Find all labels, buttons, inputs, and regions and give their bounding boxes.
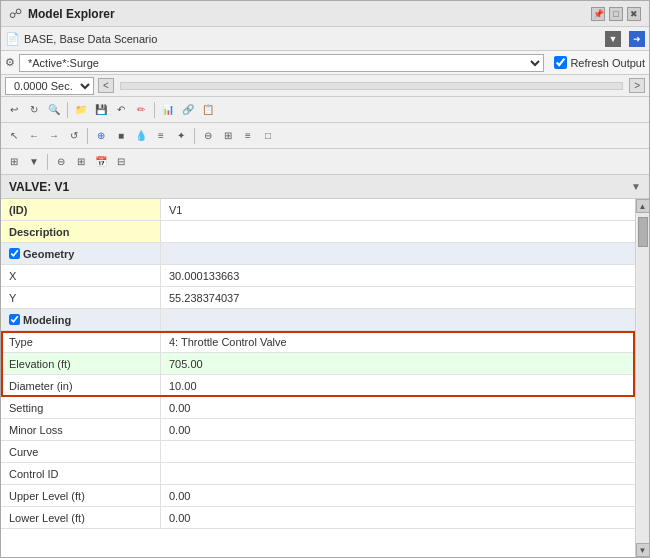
scenario-label: BASE, Base Data Scenario [24, 33, 157, 45]
toolbar-row-1: ↩ ↻ 🔍 📁 💾 ↶ ✏ 📊 🔗 📋 [1, 97, 649, 123]
scenario-action-btn[interactable]: ➜ [629, 31, 645, 47]
sep4 [194, 128, 195, 144]
modeling-checkbox-area: Modeling [9, 314, 71, 326]
prop-value-setting: 0.00 [161, 397, 649, 418]
prop-value-elevation[interactable]: 705.00 [161, 353, 649, 374]
tool-cursor-btn[interactable]: ↖ [5, 127, 23, 145]
prop-row-minor-loss: Minor Loss 0.00 [1, 419, 649, 441]
tool-remove-btn[interactable]: ⊖ [52, 153, 70, 171]
geometry-checkbox[interactable] [9, 248, 20, 259]
prop-row-geometry: Geometry [1, 243, 649, 265]
tool-right-btn[interactable]: → [45, 127, 63, 145]
prop-value-curve [161, 441, 649, 462]
element-header: VALVE: V1 ▼ [1, 175, 649, 199]
tool-chart-btn[interactable]: 📊 [159, 101, 177, 119]
sep3 [87, 128, 88, 144]
sep5 [47, 154, 48, 170]
title-bar-left: ☍ Model Explorer [9, 6, 115, 21]
prop-value-minor-loss: 0.00 [161, 419, 649, 440]
tool-zoom-btn[interactable]: 🔍 [45, 101, 63, 119]
tool-add-btn[interactable]: ⊕ [92, 127, 110, 145]
time-next-btn[interactable]: > [629, 78, 645, 93]
prop-row-elevation: Elevation (ft) 705.00 [1, 353, 649, 375]
tool-edit-btn[interactable]: ✏ [132, 101, 150, 119]
element-header-label: VALVE: V1 [9, 180, 69, 194]
element-header-chevron: ▼ [631, 181, 641, 192]
scroll-thumb[interactable] [638, 217, 648, 247]
prop-value-x: 30.000133663 [161, 265, 649, 286]
prop-value-y: 55.238374037 [161, 287, 649, 308]
tool-save-btn[interactable]: 💾 [92, 101, 110, 119]
scroll-up-btn[interactable]: ▲ [636, 199, 650, 213]
prop-value-diameter[interactable]: 10.00 [161, 375, 649, 396]
prop-value-control-id [161, 463, 649, 484]
prop-label-id: (ID) [1, 199, 161, 220]
tool-link-btn[interactable]: 🔗 [179, 101, 197, 119]
pin-button[interactable]: 📌 [591, 7, 605, 21]
prop-row-lower-level: Lower Level (ft) 0.00 [1, 507, 649, 529]
time-row: 0.0000 Sec. < > [1, 75, 649, 97]
tool-minus-btn[interactable]: ⊖ [199, 127, 217, 145]
model-explorer-window: ☍ Model Explorer 📌 □ ✖ 📄 BASE, Base Data… [0, 0, 650, 558]
active-icon: ⚙ [5, 56, 15, 69]
scroll-track[interactable] [637, 213, 649, 543]
prop-row-control-id: Control ID [1, 463, 649, 485]
tool-undo-btn[interactable]: ↶ [112, 101, 130, 119]
tool-cal-btn[interactable]: 📅 [92, 153, 110, 171]
modeling-checkbox[interactable] [9, 314, 20, 325]
title-controls: 📌 □ ✖ [591, 7, 641, 21]
window-title: Model Explorer [28, 7, 115, 21]
tool-node-btn[interactable]: ■ [112, 127, 130, 145]
sep1 [67, 102, 68, 118]
close-button[interactable]: ✖ [627, 7, 641, 21]
tool-dotbox-btn[interactable]: ⊟ [112, 153, 130, 171]
tool-left-btn[interactable]: ← [25, 127, 43, 145]
prop-value-lower-level: 0.00 [161, 507, 649, 528]
tool-box-btn[interactable]: ⊞ [219, 127, 237, 145]
tool-arrow-btn[interactable]: ↩ [5, 101, 23, 119]
prop-label-setting: Setting [1, 397, 161, 418]
prop-label-geometry: Geometry [1, 243, 161, 264]
refresh-output-area: Refresh Output [554, 56, 645, 69]
modeling-label: Modeling [23, 314, 71, 326]
active-row: ⚙ *Active*:Surge Refresh Output [1, 51, 649, 75]
tool-box2-btn[interactable]: ⊞ [72, 153, 90, 171]
geometry-label: Geometry [23, 248, 74, 260]
prop-row-y: Y 55.238374037 [1, 287, 649, 309]
prop-label-control-id: Control ID [1, 463, 161, 484]
scroll-down-btn[interactable]: ▼ [636, 543, 650, 557]
properties-scrollbar[interactable]: ▲ ▼ [635, 199, 649, 557]
prop-value-type[interactable]: 4: Throttle Control Valve [161, 331, 649, 352]
time-scrollbar[interactable] [120, 82, 623, 90]
tool-open-btn[interactable]: 📁 [72, 101, 90, 119]
tool-eq-btn[interactable]: ≡ [239, 127, 257, 145]
prop-label-lower-level: Lower Level (ft) [1, 507, 161, 528]
tool-square-btn[interactable]: □ [259, 127, 277, 145]
prop-label-x: X [1, 265, 161, 286]
refresh-output-checkbox[interactable] [554, 56, 567, 69]
tool-back-btn[interactable]: ↻ [25, 101, 43, 119]
float-button[interactable]: □ [609, 7, 623, 21]
prop-label-curve: Curve [1, 441, 161, 462]
prop-row-x: X 30.000133663 [1, 265, 649, 287]
prop-label-minor-loss: Minor Loss [1, 419, 161, 440]
tool-list-btn[interactable]: ≡ [152, 127, 170, 145]
tool-dropdown-btn[interactable]: ▼ [25, 153, 43, 171]
time-prev-btn[interactable]: < [98, 78, 114, 93]
prop-row-diameter: Diameter (in) 10.00 [1, 375, 649, 397]
prop-label-y: Y [1, 287, 161, 308]
tool-grid-btn[interactable]: ⊞ [5, 153, 23, 171]
scenario-dropdown-btn[interactable]: ▼ [605, 31, 621, 47]
toolbar-row-3: ⊞ ▼ ⊖ ⊞ 📅 ⊟ [1, 149, 649, 175]
time-select[interactable]: 0.0000 Sec. [5, 77, 94, 95]
active-scenario-select[interactable]: *Active*:Surge [19, 54, 544, 72]
tool-clipboard-btn[interactable]: 📋 [199, 101, 217, 119]
prop-row-description: Description [1, 221, 649, 243]
prop-label-upper-level: Upper Level (ft) [1, 485, 161, 506]
prop-value-description [161, 221, 649, 242]
tool-water-btn[interactable]: 💧 [132, 127, 150, 145]
tool-refresh-btn[interactable]: ↺ [65, 127, 83, 145]
prop-label-diameter: Diameter (in) [1, 375, 161, 396]
geometry-checkbox-area: Geometry [9, 248, 74, 260]
tool-star-btn[interactable]: ✦ [172, 127, 190, 145]
